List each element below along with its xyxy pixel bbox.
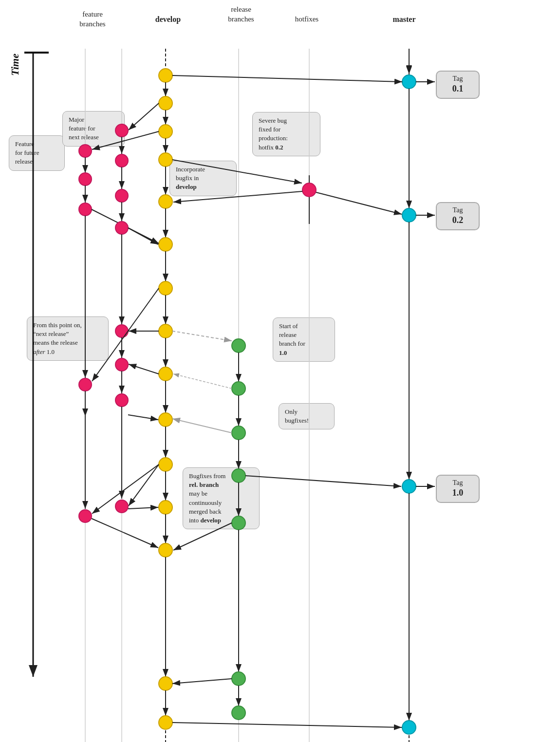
feature1-node-2 bbox=[79, 173, 92, 186]
feature2-node-2 bbox=[115, 154, 128, 167]
hotfix-node-1 bbox=[302, 183, 316, 197]
svg-line-34 bbox=[92, 519, 158, 548]
feature2-node-5 bbox=[115, 325, 128, 337]
release-node-6 bbox=[232, 672, 245, 686]
feature1-node-1 bbox=[79, 145, 92, 157]
develop-node-6 bbox=[159, 238, 172, 251]
master-node-1 bbox=[402, 75, 416, 89]
develop-node-1 bbox=[159, 69, 172, 82]
feature1-node-3 bbox=[79, 203, 92, 216]
develop-node-15 bbox=[159, 716, 172, 729]
master-node-4 bbox=[402, 721, 416, 734]
develop-node-10 bbox=[159, 413, 172, 427]
svg-line-68 bbox=[129, 364, 159, 374]
svg-line-61 bbox=[129, 103, 159, 130]
feature2-node-6 bbox=[115, 358, 128, 371]
develop-node-13 bbox=[159, 543, 172, 557]
svg-line-72 bbox=[173, 374, 232, 389]
master-node-2 bbox=[402, 208, 416, 222]
svg-line-43 bbox=[172, 331, 232, 341]
diagram-canvas: featurebranches develop releasebranches … bbox=[0, 0, 560, 742]
release-node-7 bbox=[232, 706, 245, 720]
feature1-node-4 bbox=[79, 378, 92, 391]
develop-node-4 bbox=[159, 153, 172, 167]
svg-line-47 bbox=[245, 476, 401, 486]
develop-node-11 bbox=[159, 458, 172, 471]
release-node-1 bbox=[232, 339, 245, 352]
feature2-node-4 bbox=[115, 222, 128, 234]
develop-node-9 bbox=[159, 367, 172, 381]
develop-node-5 bbox=[159, 195, 172, 208]
svg-line-55 bbox=[316, 192, 402, 214]
feature2-node-8 bbox=[115, 500, 128, 513]
svg-line-58 bbox=[172, 160, 302, 183]
svg-line-71 bbox=[173, 523, 232, 550]
feature2-node-7 bbox=[115, 394, 128, 407]
diagram-svg bbox=[0, 0, 560, 742]
release-node-4 bbox=[232, 469, 245, 482]
develop-node-3 bbox=[159, 125, 172, 138]
release-node-3 bbox=[232, 426, 245, 440]
svg-line-52 bbox=[172, 75, 402, 82]
svg-line-42 bbox=[128, 507, 158, 509]
release-node-5 bbox=[232, 516, 245, 530]
feature1-node-5 bbox=[79, 510, 92, 522]
svg-line-49 bbox=[172, 419, 232, 433]
feature2-node-1 bbox=[115, 124, 128, 137]
develop-node-12 bbox=[159, 501, 172, 514]
develop-node-2 bbox=[159, 96, 172, 110]
svg-line-69 bbox=[129, 464, 159, 506]
svg-line-57 bbox=[173, 191, 302, 202]
master-node-3 bbox=[402, 480, 416, 493]
svg-line-38 bbox=[128, 228, 158, 244]
release-node-2 bbox=[232, 382, 245, 395]
develop-node-8 bbox=[159, 324, 172, 338]
svg-line-41 bbox=[128, 415, 158, 420]
feature2-node-3 bbox=[115, 189, 128, 202]
develop-node-14 bbox=[159, 677, 172, 690]
svg-line-51 bbox=[172, 679, 232, 684]
svg-line-73 bbox=[172, 723, 402, 727]
develop-node-7 bbox=[159, 281, 172, 295]
